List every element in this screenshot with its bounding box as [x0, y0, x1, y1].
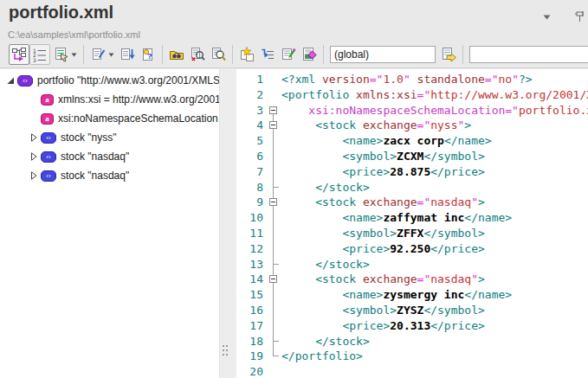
fold-collapse-icon[interactable]	[269, 198, 277, 206]
code-line[interactable]: 7 <price>28.875</price>	[236, 164, 588, 180]
code-line[interactable]: 4 <stock exchange="nyss">	[236, 118, 588, 133]
tree-collapsed-arrow-icon[interactable]	[26, 170, 41, 181]
document-header: portfolio.xml C:\ea\samples\xml\portfoli…	[0, 0, 588, 42]
line-number: 9	[236, 195, 267, 210]
tree-item[interactable]: ‹›stock "nasdaq"	[0, 166, 219, 185]
code-text: <name>zacx corp</name>	[280, 133, 588, 149]
code-text: </portfolio>	[280, 349, 588, 364]
xml-tree-panel: ‹›portfolio "http://www.w3.org/2001/XMLS…	[0, 69, 219, 378]
code-text: <name>zaffymat inc</name>	[280, 210, 588, 226]
fold-gutter	[267, 287, 280, 303]
tree-item-label: stock "nasdaq"	[61, 170, 129, 182]
code-line[interactable]: 8 </stock>	[236, 180, 588, 195]
panel-splitter[interactable]	[219, 69, 236, 378]
assign-xsl-button[interactable]	[278, 44, 299, 65]
code-text: <stock exchange="nasdaq">	[280, 272, 588, 287]
fold-line	[274, 341, 279, 342]
import-doc-button[interactable]	[117, 44, 138, 65]
line-number: 2	[236, 87, 267, 103]
code-line[interactable]: 14 <stock exchange="nasdaq">	[236, 272, 588, 287]
code-text: <stock exchange="nasdaq">	[280, 195, 588, 210]
code-line[interactable]: 6 <symbol>ZCXM</symbol>	[236, 149, 588, 164]
scope-input[interactable]	[330, 46, 436, 63]
pin-icon[interactable]	[574, 10, 588, 24]
code-line[interactable]: 12 <price>92.250</price>	[236, 241, 588, 257]
fold-collapse-icon[interactable]	[269, 275, 277, 283]
fold-gutter	[267, 272, 280, 287]
line-number: 8	[236, 180, 267, 195]
schema-design-button[interactable]	[50, 44, 80, 65]
tree-expanded-arrow-icon[interactable]	[3, 75, 17, 86]
fold-collapse-icon[interactable]	[269, 121, 277, 129]
fold-line	[273, 318, 274, 334]
tree-item[interactable]: axmlns:xsi = http://www.w3.org/2001/XMLS…	[0, 90, 219, 109]
tree-item[interactable]: axsi:noNamespaceSchemaLocation = portfol…	[0, 109, 219, 128]
code-line[interactable]: 2<portfolio xmlns:xsi="http://www.w3.org…	[236, 87, 588, 103]
element-icon: ‹›	[41, 170, 56, 182]
toolbar-separator	[232, 45, 233, 64]
tree-item[interactable]: ‹›stock "nyss"	[0, 128, 219, 147]
splitter-grip-icon[interactable]	[223, 345, 224, 347]
fold-gutter	[267, 103, 280, 119]
fold-gutter	[267, 164, 280, 180]
code-line[interactable]: 10 <name>zaffymat inc</name>	[236, 210, 588, 226]
doc-question-button[interactable]: ?	[138, 44, 158, 65]
tree-item-label: stock "nyss"	[61, 131, 117, 144]
tree-item[interactable]: ‹›portfolio "http://www.w3.org/2001/XMLS…	[0, 71, 219, 90]
xsl-transform-button[interactable]	[236, 44, 257, 65]
chevron-down-icon[interactable]	[540, 10, 553, 24]
fold-gutter	[267, 133, 280, 149]
goto-definition-button[interactable]	[438, 44, 459, 65]
grid-view-button[interactable]	[9, 44, 29, 65]
text-editor[interactable]: 1<?xml version="1.0" standalone="no"?>2<…	[236, 69, 588, 378]
element-icon: ‹›	[41, 151, 56, 163]
element-icon: ‹›	[41, 132, 56, 144]
fold-line	[273, 133, 274, 149]
toolbar: 123?	[0, 42, 588, 68]
fold-gutter	[267, 257, 280, 272]
code-line[interactable]: 17 <price>20.313</price>	[236, 318, 588, 334]
schema-design-icon	[54, 47, 69, 62]
text-view-button[interactable]: 123	[29, 44, 50, 65]
goto-line-icon	[260, 47, 275, 62]
xsl-parameters-button[interactable]	[299, 44, 320, 65]
validate-button[interactable]	[208, 44, 229, 65]
code-line[interactable]: 3 xsi:noNamespaceSchemaLocation="portfol…	[236, 103, 588, 119]
code-line[interactable]: 19</portfolio>	[236, 349, 588, 364]
xsl-parameters-icon	[301, 47, 317, 62]
tree-collapsed-arrow-icon[interactable]	[26, 132, 41, 143]
tree-item[interactable]: ‹›stock "nasdaq"	[0, 147, 219, 166]
code-text: <price>20.313</price>	[280, 318, 588, 334]
code-text: </stock>	[280, 257, 588, 272]
element-icon: ‹›	[17, 75, 33, 86]
code-line[interactable]: 13 </stock>	[236, 257, 588, 272]
code-line[interactable]: 20	[236, 364, 588, 378]
tree-item-label: xsi:noNamespaceSchemaLocation = portfoli…	[58, 112, 219, 125]
code-line[interactable]: 15 <name>zysmergy inc</name>	[236, 287, 588, 303]
edit-doc-button[interactable]	[87, 44, 117, 65]
find-in-files-button[interactable]	[166, 44, 187, 65]
attribute-icon: a	[41, 113, 54, 125]
code-line[interactable]: 5 <name>zacx corp</name>	[236, 133, 588, 149]
line-number: 16	[236, 303, 267, 318]
code-line[interactable]: 18 </stock>	[236, 334, 588, 349]
code-line[interactable]: 1<?xml version="1.0" standalone="no"?>	[236, 72, 588, 87]
line-number: 17	[236, 318, 267, 334]
goto-line-button[interactable]	[257, 44, 278, 65]
fold-line	[274, 264, 279, 265]
tree-item-label: stock "nasdaq"	[61, 151, 129, 163]
code-line[interactable]: 16 <symbol>ZYSZ</symbol>	[236, 303, 588, 318]
tree-collapsed-arrow-icon[interactable]	[26, 151, 41, 162]
fold-collapse-icon[interactable]	[269, 106, 277, 114]
fold-line	[273, 303, 274, 318]
line-number: 11	[236, 226, 267, 241]
fold-gutter	[267, 180, 280, 195]
grid-view-icon	[11, 47, 27, 62]
code-line[interactable]: 11 <symbol>ZFFX</symbol>	[236, 226, 588, 241]
fold-line	[273, 241, 274, 257]
fold-line	[274, 356, 279, 356]
code-line[interactable]: 9 <stock exchange="nasdaq">	[236, 195, 588, 210]
main-area: ‹›portfolio "http://www.w3.org/2001/XMLS…	[0, 69, 588, 378]
check-wellformed-button[interactable]	[187, 44, 208, 65]
search-input[interactable]	[469, 46, 588, 63]
